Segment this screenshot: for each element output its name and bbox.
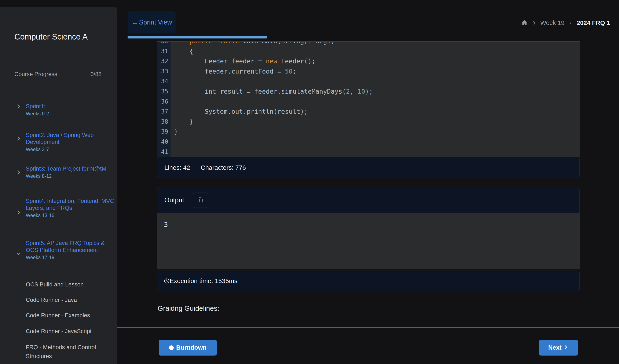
copy-icon [198, 197, 204, 203]
active-tab-underline [127, 36, 267, 39]
chevron-right-icon [532, 21, 536, 25]
course-progress-value: 0/88 [90, 71, 101, 78]
copy-output-button[interactable] [193, 193, 208, 208]
chevron-right-icon[interactable] [16, 136, 22, 142]
output-value: 3 [164, 221, 168, 228]
chevron-right-icon [563, 345, 569, 351]
lines-count: Lines: 42 [164, 164, 190, 171]
line-number: 33 [157, 66, 170, 77]
course-progress-label: Course Progress [14, 71, 57, 78]
code-line[interactable] [174, 137, 580, 147]
line-number: 38 [157, 117, 170, 127]
output-header: Output [157, 187, 580, 213]
sidebar-item-code-runner-java[interactable]: Code Runner - Java [26, 296, 115, 304]
code-line[interactable]: } [174, 117, 580, 127]
sprint-view-label: Sprint View [139, 19, 172, 26]
burndown-button[interactable]: Burndown [159, 340, 217, 356]
content-bottom-divider [117, 327, 619, 328]
line-number: 34 [157, 76, 170, 86]
code-editor[interactable]: 303132333435363738394041 public static v… [157, 41, 580, 157]
next-button[interactable]: Next [539, 340, 578, 356]
editor-stats-bar: Lines: 42 Characters: 776 [157, 157, 580, 178]
code-line[interactable] [174, 76, 580, 86]
sidebar-item-sprint4[interactable]: Sprint4: Integration, Fontend, MVC Layer… [26, 198, 115, 218]
line-number: 41 [157, 147, 170, 157]
chevron-right-icon[interactable] [16, 103, 22, 109]
chevron-right-icon[interactable] [16, 209, 22, 216]
clock-icon [164, 278, 170, 284]
sidebar-item-sprint1[interactable]: Sprint1: Weeks 0-2 [26, 103, 115, 117]
output-title: Output [164, 196, 184, 204]
chevron-right-icon[interactable] [16, 169, 22, 175]
sidebar-item-code-runner-examples[interactable]: Code Runner - Examples [26, 311, 115, 320]
footer-top-border [117, 338, 619, 338]
sidebar-item-frq-methods-control[interactable]: FRQ - Methods and Control Structures [26, 343, 115, 361]
line-number: 37 [157, 107, 170, 117]
characters-count: Characters: 776 [201, 164, 246, 171]
sidebar-item-sprint3[interactable]: Sprint3: Team Project for N@tM Weeks 8-1… [26, 165, 115, 179]
chevron-right-icon [568, 21, 573, 25]
next-label: Next [548, 344, 562, 351]
output-content: 3 [157, 213, 580, 269]
line-number: 35 [157, 86, 170, 97]
line-number: 32 [157, 56, 170, 66]
course-sidebar: Computer Science A Course Progress 0/88 … [0, 7, 117, 364]
code-line[interactable]: public static void main(String[] args) [174, 41, 580, 46]
sidebar-item-sprint2[interactable]: Sprint2: Java / Spring Web Development W… [26, 132, 115, 152]
course-progress: Course Progress 0/88 [14, 71, 101, 78]
execution-time-text: Execution time: 1535ms [170, 277, 237, 284]
line-number: 39 [157, 127, 170, 137]
chevron-down-icon[interactable] [16, 251, 22, 257]
course-title: Computer Science A [14, 30, 105, 43]
sidebar-item-sprint5[interactable]: Sprint5: AP Java FRQ Topics & OCS Platfo… [26, 240, 115, 260]
home-icon[interactable] [521, 19, 528, 27]
code-line[interactable] [174, 147, 580, 157]
code-line[interactable] [174, 97, 580, 107]
line-number-gutter: 303132333435363738394041 [157, 42, 170, 157]
code-line[interactable]: feeder.currentFood = 50; [174, 66, 580, 77]
grading-guidelines-heading: Graidng Guidelines: [158, 304, 219, 312]
code-line[interactable]: { [174, 46, 580, 56]
breadcrumb-current: 2024 FRQ 1 [577, 19, 610, 27]
code-area[interactable]: public static void main(String[] args) {… [170, 42, 580, 157]
breadcrumb: Week 19 2024 FRQ 1 [521, 18, 610, 27]
breadcrumb-week-19[interactable]: Week 19 [540, 19, 564, 27]
code-line[interactable]: } [174, 127, 580, 137]
sidebar-item-ocs-build-and-lesson[interactable]: OCS Build and Lesson [26, 280, 115, 289]
sidebar-item-code-runner-javascript[interactable]: Code Runner - JavaScript [26, 327, 115, 336]
arrow-left-icon: ← [132, 18, 139, 27]
line-number: 36 [157, 97, 170, 107]
sidebar-divider [0, 90, 117, 90]
line-number: 40 [157, 137, 170, 147]
code-line[interactable]: int result = feeder.simulateManyDays(2, … [174, 86, 580, 97]
line-number: 31 [157, 46, 170, 56]
code-line[interactable]: Feeder feeder = new Feeder(); [174, 56, 580, 66]
output-panel: Output 3 [157, 187, 580, 269]
code-line[interactable]: System.out.println(result); [174, 107, 580, 117]
line-number: 30 [157, 41, 170, 46]
burndown-label: Burndown [176, 344, 207, 351]
execution-time-bar: Execution time: 1535ms [157, 270, 580, 291]
filled-circle-icon [169, 345, 174, 350]
sprint-view-back-tab[interactable]: ← Sprint View [128, 11, 176, 33]
